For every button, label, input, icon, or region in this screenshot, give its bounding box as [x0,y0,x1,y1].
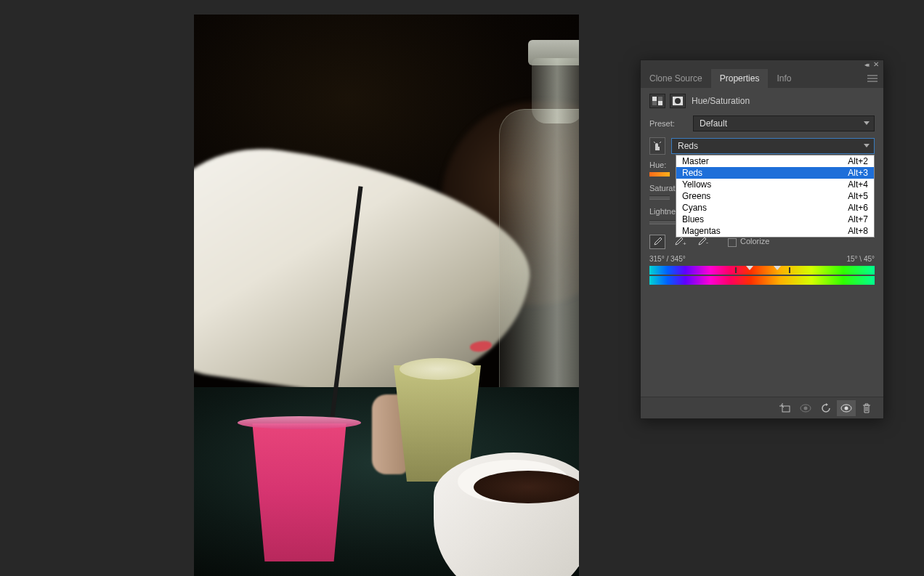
svg-point-8 [675,98,681,104]
chevron-down-icon [864,144,870,147]
eyedropper-tool[interactable] [649,235,665,249]
properties-panel: ◂◂ ✕ Clone Source Properties Info Hue/Sa… [640,60,884,419]
channel-option-greens[interactable]: GreensAlt+5 [676,190,874,202]
tab-info[interactable]: Info [768,69,800,88]
layer-mask-icon[interactable] [670,94,686,108]
channel-value: Reds [678,141,698,151]
chevron-down-icon [864,121,870,125]
channel-option-master[interactable]: MasterAlt+2 [676,155,874,167]
svg-point-13 [804,406,808,410]
collapse-panel-icon[interactable]: ◂◂ [864,61,867,68]
range-right: 15° \ 45° [846,255,875,263]
view-previous-state-button[interactable] [796,400,815,416]
targeted-adjust-tool[interactable] [649,137,665,155]
tab-properties[interactable]: Properties [711,69,769,88]
delete-button[interactable] [857,400,876,416]
channel-option-blues[interactable]: BluesAlt+7 [676,214,874,225]
saturation-slider[interactable] [649,195,670,200]
svg-text:-: - [706,239,708,246]
toggle-visibility-button[interactable] [837,400,856,416]
svg-point-15 [845,406,848,410]
photo-content [194,15,579,576]
color-range-spectrum[interactable] [649,266,875,285]
range-left: 315° / 345° [649,255,686,263]
preset-label: Preset: [649,119,687,128]
channel-select[interactable]: Reds [671,138,875,154]
channel-option-magentas[interactable]: MagentasAlt+8 [676,225,874,237]
panel-menu-icon[interactable] [862,75,883,82]
tab-clone-source[interactable]: Clone Source [641,69,711,88]
canvas-document[interactable] [194,15,579,576]
svg-rect-6 [652,101,657,105]
hue-slider[interactable] [649,172,670,177]
adjustment-title: Hue/Saturation [692,96,750,106]
panel-tabs: Clone Source Properties Info [641,69,883,88]
panel-topbar: ◂◂ ✕ [641,60,883,69]
close-panel-icon[interactable]: ✕ [873,60,879,68]
colorize-label: Colorize [740,237,769,246]
reset-button[interactable] [816,400,835,416]
colorize-checkbox[interactable]: Colorize [728,237,769,246]
svg-rect-5 [658,97,662,101]
adjustment-type-icon[interactable] [649,94,665,108]
preset-value: Default [700,118,727,129]
hue-label: Hue: [649,161,666,169]
channel-option-yellows[interactable]: YellowsAlt+4 [676,179,874,190]
preset-select[interactable]: Default [693,115,875,131]
panel-footer [641,397,883,418]
adjustment-header: Hue/Saturation [649,94,875,108]
channel-option-reds[interactable]: RedsAlt+3 [676,167,874,179]
channel-dropdown-list: MasterAlt+2RedsAlt+3YellowsAlt+4GreensAl… [676,155,875,238]
clip-to-layer-button[interactable] [776,400,795,416]
channel-option-cyans[interactable]: CyansAlt+6 [676,202,874,214]
svg-text:+: + [683,240,686,247]
